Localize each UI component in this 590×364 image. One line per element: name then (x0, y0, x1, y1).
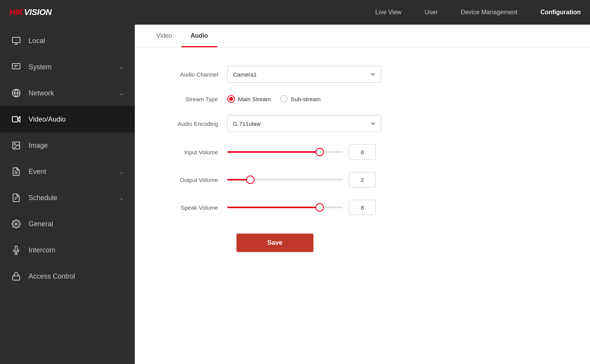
sidebar-label-system: System (28, 63, 112, 71)
input-volume-label: Input Volume (166, 149, 227, 155)
speak-volume-fill (227, 207, 320, 208)
sidebar-label-video-audio: Video/Audio (28, 115, 124, 124)
radio-sub-stream[interactable]: Sub-stream (280, 95, 321, 103)
sidebar-item-network[interactable]: Network ⌄ (0, 80, 135, 106)
audio-channel-control: Camera1 Camera2 Camera3 (227, 66, 451, 83)
sidebar-item-local[interactable]: Local (0, 28, 135, 54)
sidebar-label-network: Network (28, 89, 112, 97)
schedule-icon (11, 192, 22, 203)
input-volume-row: Input Volume 8 (166, 144, 451, 160)
svg-rect-8 (12, 117, 18, 122)
audio-encoding-select[interactable]: G.711ulaw G.711alaw G.726 MP2L2 PCM (227, 115, 381, 132)
monitor-icon (11, 35, 22, 46)
audio-channel-label: Audio Channel (166, 71, 227, 78)
audio-encoding-control: G.711ulaw G.711alaw G.726 MP2L2 PCM (227, 115, 451, 132)
tab-video[interactable]: Video (147, 25, 181, 47)
video-icon (11, 114, 22, 125)
output-volume-track[interactable] (227, 179, 343, 180)
input-volume-track[interactable] (227, 151, 343, 153)
audio-form: Audio Channel Camera1 Camera2 Camera3 St… (135, 47, 481, 270)
event-icon (11, 166, 22, 177)
speak-volume-thumb[interactable] (315, 203, 324, 212)
logo: HIK VISION (9, 7, 52, 17)
input-volume-control: 8 (227, 144, 451, 160)
svg-rect-3 (12, 63, 20, 69)
top-nav: HIK VISION Live View User Device Managem… (0, 0, 590, 25)
chevron-down-icon: ⌄ (119, 64, 124, 70)
output-volume-control: 2 (227, 172, 451, 187)
output-volume-label: Output Volume (166, 177, 227, 183)
chevron-down-icon-network: ⌄ (119, 90, 124, 96)
main-stream-label: Main Stream (238, 96, 271, 102)
chevron-down-icon-schedule: ⌄ (119, 195, 124, 201)
gear-icon (11, 219, 22, 229)
audio-channel-row: Audio Channel Camera1 Camera2 Camera3 (166, 66, 451, 83)
svg-point-11 (14, 144, 15, 145)
nav-link-user[interactable]: User (425, 9, 438, 16)
speak-volume-track[interactable] (227, 207, 343, 208)
input-volume-thumb[interactable] (315, 148, 324, 156)
image-icon (11, 140, 22, 151)
system-icon (11, 62, 22, 72)
sidebar: Local System ⌄ Network ⌄ (0, 25, 135, 364)
svg-rect-0 (12, 37, 20, 43)
sidebar-label-general: General (28, 220, 124, 228)
output-volume-value: 2 (349, 172, 376, 187)
logo-hik: HIK (9, 7, 23, 17)
stream-type-control: Main Stream Sub-stream (227, 95, 451, 103)
nav-link-device-management[interactable]: Device Management (461, 9, 517, 16)
radio-circle-main (227, 95, 235, 103)
nav-link-live-view[interactable]: Live View (375, 9, 401, 16)
chevron-down-icon-event: ⌄ (119, 169, 124, 175)
logo-vision: VISION (24, 7, 52, 17)
lock-icon (11, 271, 22, 282)
stream-type-row: Stream Type Main Stream Sub-stream (166, 95, 451, 103)
sidebar-item-video-audio[interactable]: Video/Audio (0, 106, 135, 132)
tab-audio[interactable]: Audio (181, 25, 217, 47)
svg-rect-19 (13, 276, 20, 280)
input-volume-value: 8 (349, 144, 376, 160)
audio-channel-select[interactable]: Camera1 Camera2 Camera3 (227, 66, 381, 83)
sidebar-item-system[interactable]: System ⌄ (0, 54, 135, 80)
sidebar-item-event[interactable]: Event ⌄ (0, 159, 135, 185)
sidebar-label-schedule: Schedule (28, 194, 112, 202)
globe-icon (11, 88, 22, 99)
sidebar-label-access-control: Access Control (28, 272, 124, 281)
sidebar-item-schedule[interactable]: Schedule ⌄ (0, 185, 135, 211)
sub-stream-label: Sub-stream (291, 96, 321, 102)
top-nav-links: Live View User Device Management Configu… (375, 9, 581, 16)
speak-volume-value: 8 (349, 200, 376, 215)
radio-circle-sub (280, 95, 288, 103)
audio-encoding-row: Audio Encoding G.711ulaw G.711alaw G.726… (166, 115, 451, 132)
sidebar-item-general[interactable]: General (0, 211, 135, 237)
sidebar-item-image[interactable]: Image (0, 132, 135, 159)
tab-bar: Video Audio (135, 25, 590, 47)
content-area: Video Audio Audio Channel Camera1 Camera… (135, 25, 590, 364)
sidebar-label-event: Event (28, 168, 112, 176)
audio-encoding-label: Audio Encoding (166, 120, 227, 127)
sidebar-label-intercom: Intercom (28, 246, 124, 254)
sidebar-label-image: Image (28, 142, 124, 150)
sidebar-item-access-control[interactable]: Access Control (0, 263, 135, 289)
sidebar-item-intercom[interactable]: Intercom (0, 237, 135, 263)
radio-main-stream[interactable]: Main Stream (227, 95, 271, 103)
svg-point-16 (15, 223, 17, 225)
output-volume-row: Output Volume 2 (166, 172, 451, 187)
save-button[interactable]: Save (236, 234, 313, 252)
mic-icon (11, 245, 22, 255)
speak-volume-label: Speak Volume (166, 204, 227, 211)
speak-volume-row: Speak Volume 8 (166, 200, 451, 215)
speak-volume-control: 8 (227, 200, 451, 215)
stream-type-label: Stream Type (166, 96, 227, 102)
input-volume-fill (227, 151, 320, 153)
main-layout: Local System ⌄ Network ⌄ (0, 25, 590, 364)
sidebar-label-local: Local (28, 37, 124, 45)
nav-link-configuration[interactable]: Configuration (540, 9, 581, 16)
output-volume-thumb[interactable] (246, 175, 255, 184)
